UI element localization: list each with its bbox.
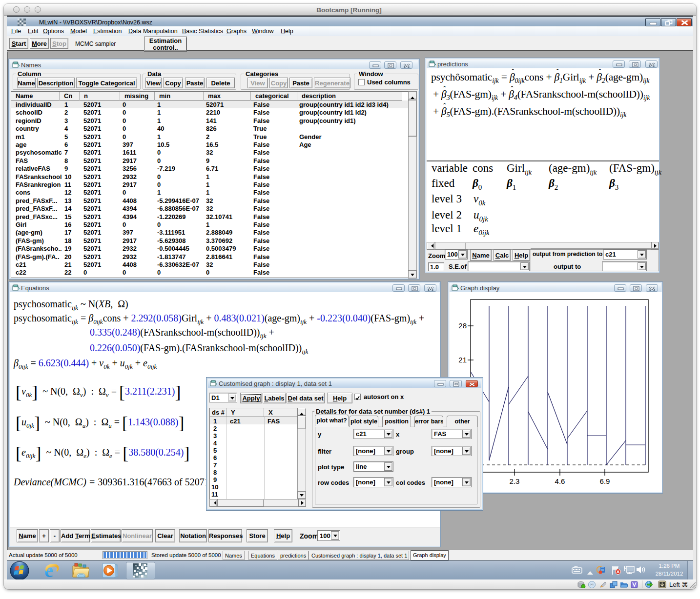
svg-text:2.3: 2.3 <box>510 477 520 485</box>
svg-text:21: 21 <box>458 356 467 364</box>
svg-text:6.9: 6.9 <box>600 477 610 485</box>
svg-text:28: 28 <box>458 321 467 330</box>
svg-text:4.6: 4.6 <box>555 477 565 485</box>
